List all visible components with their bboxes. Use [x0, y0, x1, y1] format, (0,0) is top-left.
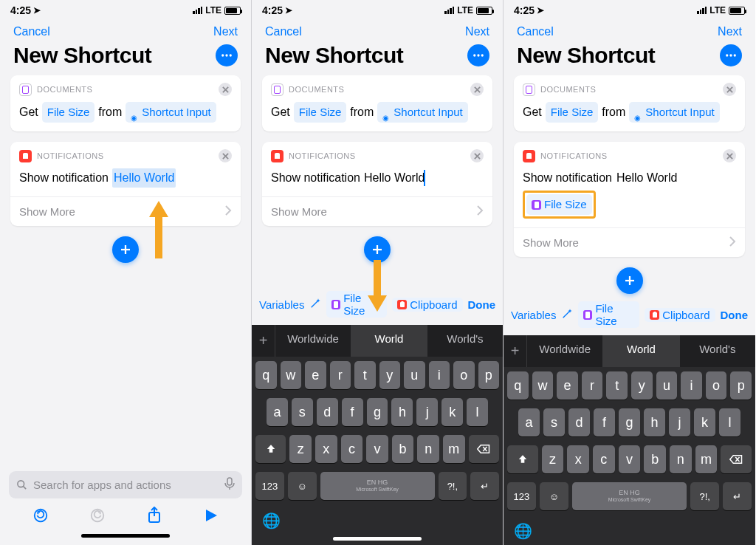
- add-action-button[interactable]: [616, 267, 643, 294]
- backspace-key[interactable]: [721, 445, 752, 473]
- hello-world-text[interactable]: Hello World: [616, 168, 677, 188]
- more-button[interactable]: [720, 44, 742, 66]
- home-indicator[interactable]: [81, 534, 170, 538]
- key-x[interactable]: x: [315, 435, 337, 463]
- key-w[interactable]: w: [281, 361, 302, 389]
- key-d[interactable]: d: [568, 408, 590, 436]
- clipboard-variable[interactable]: Clipboard: [645, 308, 715, 322]
- key-o[interactable]: o: [706, 371, 727, 400]
- return-key[interactable]: ↵: [723, 482, 752, 510]
- done-button[interactable]: Done: [468, 298, 496, 311]
- filesize-variable[interactable]: File Size: [578, 301, 639, 328]
- key-y[interactable]: y: [379, 361, 401, 389]
- key-i[interactable]: i: [429, 361, 450, 389]
- key-i[interactable]: i: [681, 371, 702, 400]
- next-button[interactable]: Next: [213, 25, 238, 38]
- punct-key[interactable]: ?!,: [690, 482, 719, 510]
- key-l[interactable]: l: [719, 408, 740, 436]
- globe-icon[interactable]: 🌐: [262, 512, 281, 529]
- key-a[interactable]: a: [518, 408, 540, 436]
- shortcut-input-pill[interactable]: ◉Shortcut Input: [377, 102, 467, 123]
- key-k[interactable]: k: [441, 398, 463, 426]
- key-l[interactable]: l: [467, 398, 488, 426]
- key-v[interactable]: v: [619, 445, 641, 473]
- key-v[interactable]: v: [366, 435, 388, 463]
- prediction-plus[interactable]: +: [504, 335, 527, 367]
- key-c[interactable]: c: [341, 435, 363, 463]
- key-z[interactable]: z: [289, 435, 312, 463]
- return-key[interactable]: ↵: [470, 472, 499, 500]
- key-g[interactable]: g: [367, 398, 388, 426]
- globe-icon[interactable]: 🌐: [514, 522, 532, 540]
- add-action-button[interactable]: [112, 236, 139, 263]
- cancel-button[interactable]: Cancel: [13, 25, 50, 38]
- key-d[interactable]: d: [317, 398, 338, 426]
- prediction-3[interactable]: World's: [427, 325, 503, 357]
- key-q[interactable]: q: [255, 361, 277, 389]
- home-indicator[interactable]: [333, 537, 422, 541]
- key-o[interactable]: o: [453, 361, 475, 389]
- key-r[interactable]: r: [330, 361, 351, 389]
- filesize-pill[interactable]: File Size: [42, 102, 95, 123]
- show-more-row[interactable]: Show More: [10, 196, 241, 226]
- shift-key[interactable]: [255, 435, 286, 463]
- key-h[interactable]: h: [391, 398, 413, 426]
- add-action-button[interactable]: [364, 236, 391, 263]
- key-t[interactable]: t: [606, 371, 628, 400]
- numbers-key[interactable]: 123: [507, 482, 536, 510]
- remove-documents-button[interactable]: [723, 83, 736, 96]
- key-k[interactable]: k: [694, 408, 715, 436]
- key-m[interactable]: m: [695, 445, 718, 473]
- key-c[interactable]: c: [593, 445, 615, 473]
- remove-notifications-button[interactable]: [219, 149, 232, 162]
- key-u[interactable]: u: [404, 361, 425, 389]
- cancel-button[interactable]: Cancel: [517, 25, 554, 38]
- space-key[interactable]: EN HGMicrosoft SwiftKey: [572, 482, 687, 510]
- key-b[interactable]: b: [392, 435, 414, 463]
- emoji-key[interactable]: ☺: [288, 472, 317, 500]
- filesize-variable-inserted[interactable]: File Size: [526, 194, 592, 215]
- key-z[interactable]: z: [542, 445, 564, 473]
- key-m[interactable]: m: [443, 435, 465, 463]
- shortcut-input-pill[interactable]: ◉Shortcut Input: [126, 102, 216, 123]
- key-b[interactable]: b: [644, 445, 666, 473]
- undo-button[interactable]: [31, 506, 50, 525]
- play-button[interactable]: [202, 506, 221, 525]
- key-r[interactable]: r: [582, 371, 603, 400]
- key-u[interactable]: u: [656, 371, 678, 400]
- remove-documents-button[interactable]: [470, 83, 484, 96]
- redo-button[interactable]: [88, 506, 107, 525]
- key-s[interactable]: s: [543, 408, 565, 436]
- show-more-row[interactable]: Show More: [514, 227, 745, 257]
- prediction-2[interactable]: World: [351, 325, 427, 357]
- key-s[interactable]: s: [292, 398, 313, 426]
- key-x[interactable]: x: [567, 445, 589, 473]
- key-w[interactable]: w: [532, 371, 554, 400]
- mic-icon[interactable]: [224, 477, 235, 493]
- prediction-1[interactable]: Worldwide: [527, 335, 603, 367]
- punct-key[interactable]: ?!,: [439, 472, 467, 500]
- done-button[interactable]: Done: [721, 309, 749, 321]
- prediction-plus[interactable]: +: [252, 325, 275, 357]
- key-j[interactable]: j: [416, 398, 438, 426]
- more-button[interactable]: [467, 44, 489, 66]
- space-key[interactable]: EN HGMicrosoft SwiftKey: [320, 472, 435, 500]
- key-n[interactable]: n: [670, 445, 692, 473]
- prediction-2[interactable]: World: [603, 335, 679, 367]
- prediction-3[interactable]: World's: [680, 335, 755, 367]
- filesize-pill[interactable]: File Size: [294, 102, 347, 123]
- remove-notifications-button[interactable]: [723, 149, 736, 162]
- prediction-1[interactable]: Worldwide: [275, 325, 351, 357]
- remove-notifications-button[interactable]: [470, 149, 484, 162]
- clipboard-variable[interactable]: Clipboard: [392, 298, 462, 312]
- variables-link[interactable]: Variables: [259, 298, 304, 311]
- magic-wand-icon[interactable]: [309, 298, 321, 312]
- key-g[interactable]: g: [619, 408, 640, 436]
- remove-documents-button[interactable]: [219, 83, 232, 96]
- hello-world-editing[interactable]: Hello World: [364, 168, 425, 188]
- magic-wand-icon[interactable]: [561, 308, 573, 322]
- key-t[interactable]: t: [354, 361, 376, 389]
- key-e[interactable]: e: [557, 371, 578, 400]
- key-f[interactable]: f: [594, 408, 615, 436]
- next-button[interactable]: Next: [465, 25, 489, 38]
